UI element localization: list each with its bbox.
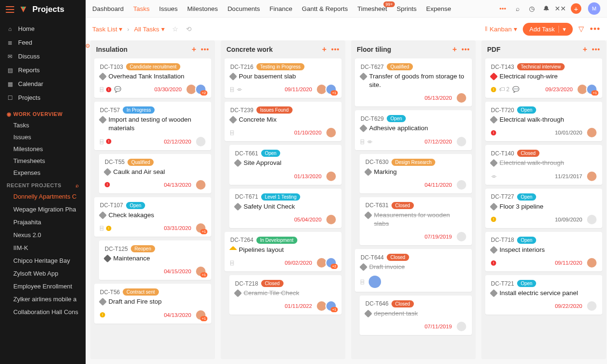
topnav-gantt-reports[interactable]: Gantt & Reports — [302, 5, 348, 12]
task-card[interactable]: DC-T720 Open Electrical walk-through ! 1… — [485, 102, 602, 141]
topnav-more[interactable]: ••• — [499, 5, 506, 12]
task-card[interactable]: DC-T239 Issues Found Concrete Mix ⌸ 01/1… — [225, 102, 342, 141]
column-more-icon[interactable]: ••• — [201, 46, 209, 53]
star-icon[interactable]: ☆ — [172, 25, 178, 33]
task-card[interactable]: DC-T55 Qualified Caulk and Air seal ! 04… — [99, 154, 211, 193]
card-id: DC-T671 — [235, 193, 258, 200]
work-overview-header[interactable]: ◉ WORK OVERVIEW — [0, 107, 86, 119]
task-card[interactable]: DC-T107 Open Check leakages ⌸! 03/31/202… — [94, 197, 211, 237]
topnav-documents[interactable]: Documents — [227, 5, 260, 12]
search-icon[interactable]: ⌕ — [514, 5, 521, 12]
task-card[interactable]: DC-T631 Closed Measurements for wooden s… — [360, 197, 472, 245]
tools-icon[interactable]: ✕✕ — [557, 5, 564, 12]
card-title-row: Concrete Mix — [230, 115, 336, 124]
add-card-icon[interactable]: + — [192, 45, 196, 54]
project-item[interactable]: Employee Enrollment — [0, 280, 86, 293]
project-item[interactable]: Zylker airlines mobile a — [0, 293, 86, 306]
sidebar-item-feed[interactable]: ≣Feed — [0, 36, 86, 49]
work-item-issues[interactable]: Issues — [0, 131, 86, 143]
card-footer: ⌯ 11/21/2017 — [491, 172, 597, 181]
sidebar-item-discuss[interactable]: ✉Discuss — [0, 49, 86, 63]
hamburger-icon[interactable] — [6, 6, 14, 13]
card-title-row: Transfer of goods from storage to site. — [361, 72, 466, 89]
task-card[interactable]: DC-T57 In Progress Import and testing of… — [94, 102, 211, 150]
view-selector[interactable]: ⦀ Kanban ▾ — [485, 25, 517, 33]
task-card[interactable]: DC-T721 Open Install electric service pa… — [485, 275, 602, 315]
bang-red-icon: ! — [106, 87, 111, 92]
task-card[interactable]: DC-T627 Qualified Transfer of goods from… — [355, 58, 472, 106]
topnav-expense[interactable]: Expense — [426, 5, 451, 12]
card-date: 11/21/2017 — [555, 173, 582, 179]
card-date: 04/15/2020 — [164, 268, 191, 274]
card-header: DC-T671 Level 1 Testing — [235, 193, 336, 201]
topnav-sprints[interactable]: Sprints — [397, 5, 417, 12]
project-item[interactable]: Collaboration Hall Cons — [0, 306, 86, 318]
task-card[interactable]: DC-T718 Open Inspect interiors ! 09/11/2… — [485, 232, 602, 271]
status-badge: Open — [517, 280, 536, 287]
task-card[interactable]: DC-T103 Candidate recruitment Overhead T… — [94, 58, 211, 98]
task-card[interactable]: DC-T644 Closed Draft invoice ⌸ — [355, 249, 472, 291]
sidebar-item-home[interactable]: ⌂Home — [0, 22, 86, 36]
bc-tasklist[interactable]: Task List ▾ — [92, 25, 122, 33]
sidebar-brand: Projects — [0, 0, 86, 19]
search-icon[interactable]: ⌕ — [76, 182, 79, 188]
card-date: 10/01/2020 — [555, 130, 582, 135]
project-item[interactable]: Wepage Migration Pha — [0, 203, 86, 216]
project-item[interactable]: Nexus 2.0 — [0, 229, 86, 241]
task-card[interactable]: DC-T727 Open Floor 3 pipeline ! 10/09/20… — [485, 189, 602, 228]
bell-icon[interactable]: 🔔︎ — [542, 5, 550, 12]
topnav-issues[interactable]: Issues — [159, 5, 178, 12]
sidebar-item-calendar[interactable]: ▦Calendar — [0, 77, 86, 91]
status-badge: Issues Found — [256, 106, 293, 114]
project-item[interactable]: Chipco Heritage Bay — [0, 254, 86, 267]
topnav-milestones[interactable]: Milestones — [187, 5, 218, 12]
work-item-expenses[interactable]: Expenses — [0, 167, 86, 179]
column-more-icon[interactable]: ••• — [461, 46, 470, 53]
column-body: DC-T143 Technical interview Electrical r… — [481, 58, 606, 359]
work-item-milestones[interactable]: Milestones — [0, 143, 86, 155]
sidebar-item-projects[interactable]: ☐Projects — [0, 91, 86, 105]
card-title: Pipelines layout — [239, 246, 284, 254]
task-card[interactable]: DC-T264 In Development Pipelines layout … — [225, 232, 342, 271]
task-card[interactable]: DC-T661 Open Site Approval 01/13/2020 — [229, 145, 342, 184]
task-card[interactable]: DC-T125 Reopen Maintenance 04/15/2020 — [99, 240, 211, 280]
topnav-tasks[interactable]: Tasks — [133, 5, 150, 12]
project-item[interactable]: Prajaahita — [0, 216, 86, 229]
refresh-icon[interactable]: ⟲ — [186, 25, 192, 33]
add-card-icon[interactable]: + — [583, 45, 587, 54]
work-item-timesheets[interactable]: Timesheets — [0, 155, 86, 167]
add-task-button[interactable]: Add Task▾ — [523, 23, 573, 36]
column-more-icon[interactable]: ••• — [331, 46, 340, 53]
project-item[interactable]: Donnelly Apartments C — [0, 190, 86, 203]
task-card[interactable]: DC-T143 Technical interview Electrical r… — [485, 58, 602, 98]
global-add-button[interactable]: + — [571, 3, 581, 14]
project-item[interactable]: Zylsoft Web App — [0, 267, 86, 280]
user-avatar[interactable]: M — [588, 2, 600, 15]
timer-icon[interactable]: ◷ — [528, 5, 536, 12]
project-item[interactable]: IIM-K — [0, 241, 86, 254]
topnav-timesheet[interactable]: Timesheet99+ — [357, 5, 387, 12]
column-more-icon[interactable]: ••• — [592, 46, 600, 53]
card-title: Inspect interiors — [499, 246, 545, 254]
task-card[interactable]: DC-T218 Closed Ceramic Tile Check 01/11/… — [229, 275, 342, 315]
topnav-finance[interactable]: Finance — [269, 5, 292, 12]
topnav-dashboard[interactable]: Dashboard — [92, 5, 124, 12]
board-settings-icon[interactable]: ⚙ — [86, 43, 91, 48]
task-card[interactable]: DC-T629 Open Adhesive application ⌸⌯ 07/… — [355, 110, 472, 150]
add-card-icon[interactable]: + — [322, 45, 326, 54]
task-card[interactable]: DC-T646 Closed dependent task 07/11/2019 — [360, 296, 472, 335]
chevron-down-icon[interactable]: ▾ — [558, 26, 566, 33]
work-item-tasks[interactable]: Tasks — [0, 119, 86, 131]
task-card[interactable]: DC-T56 Contract sent Draft and Fire stop… — [94, 284, 211, 323]
card-title-row: Adhesive application — [361, 124, 466, 133]
filter-icon[interactable]: ▽ — [578, 25, 584, 33]
task-card[interactable]: DC-T630 Design Research Marking 04/11/20… — [360, 154, 472, 193]
sidebar-item-reports[interactable]: ▤Reports — [0, 63, 86, 77]
task-card[interactable]: DC-T216 Testing in Progress Pour basemen… — [225, 58, 342, 98]
bug-icon: ⌯ — [491, 173, 497, 180]
task-card[interactable]: DC-T671 Level 1 Testing Safety Unit Chec… — [229, 189, 342, 228]
bc-alltasks[interactable]: All Tasks ▾ — [134, 25, 165, 33]
add-card-icon[interactable]: + — [452, 45, 457, 54]
more-icon[interactable]: ••• — [590, 24, 600, 34]
task-card[interactable]: DC-T140 Closed Electrical walk-through ⌯… — [485, 145, 602, 184]
